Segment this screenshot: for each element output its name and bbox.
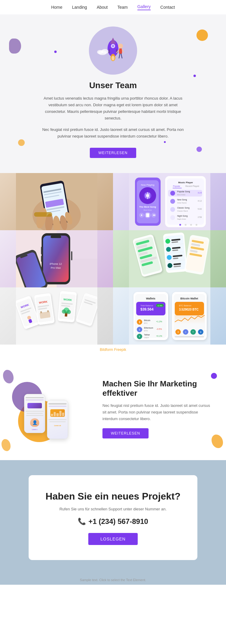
cta-box: Haben Sie ein neues Projekt? Rufen Sie u… — [29, 475, 197, 560]
svg-text:-0.5%: -0.5% — [156, 328, 162, 330]
dot-decoration-1 — [54, 51, 57, 53]
cta-subtitle: Rufen Sie uns für schnellen Support unte… — [41, 507, 185, 511]
hero-illustration — [89, 26, 137, 75]
svg-text:$39.564: $39.564 — [140, 307, 154, 311]
nav-home[interactable]: Home — [51, 5, 62, 10]
svg-point-65 — [170, 199, 175, 204]
svg-text:Ξ: Ξ — [139, 329, 140, 331]
hero-paragraph-2: Nec feugiat nisl pretium fusce id. Justo… — [38, 126, 188, 140]
gallery-item-2[interactable]: Now Playing The Best Song Best Artist — [113, 173, 226, 230]
svg-rect-93 — [41, 247, 42, 254]
svg-text:Ξ: Ξ — [185, 331, 186, 333]
cta-phone-number: 📞 +1 (234) 567-8910 — [41, 517, 185, 526]
svg-rect-41 — [146, 194, 146, 198]
nav-contact[interactable]: Contact — [160, 5, 175, 10]
svg-point-82 — [196, 224, 197, 226]
svg-rect-147 — [40, 311, 42, 313]
gallery-caption: Bildform Freepik — [0, 345, 226, 358]
blob-purple-topleft — [9, 39, 21, 54]
svg-text:+1.2%: +1.2% — [156, 320, 162, 323]
svg-text:Bitcoin Wallet: Bitcoin Wallet — [180, 297, 198, 300]
svg-text:Tether: Tether — [144, 334, 150, 336]
nav-landing[interactable]: Landing — [72, 5, 87, 10]
gallery-img-phone-hand — [16, 173, 97, 230]
svg-text:Popular: Popular — [173, 185, 180, 187]
svg-text:3.529020 BTC: 3.529020 BTC — [179, 308, 199, 311]
dot-decoration-2 — [164, 141, 166, 143]
svg-text:T: T — [139, 336, 140, 338]
svg-text:Popular Song: Popular Song — [177, 190, 190, 193]
marketing-description: Nec feugiat nisl pretium fusce id. Justo… — [102, 402, 214, 422]
svg-text:Music Player: Music Player — [178, 181, 193, 184]
marketing-weiterlesen-button[interactable]: WEITERLESEN — [102, 428, 149, 438]
hero-weiterlesen-button[interactable]: WEITERLESEN — [90, 148, 136, 158]
svg-point-4 — [112, 45, 114, 47]
hero-section: Unser Team Amet luctus venenatis lectus … — [0, 14, 226, 173]
gallery-item-3[interactable]: iPhone 12 Pro Max — [0, 230, 113, 287]
phone1-label: Lorem s — [32, 429, 37, 430]
gallery-item-6[interactable]: Wallets Total Balance $39.564 +2.4% ₿ Bi… — [113, 287, 226, 345]
svg-text:Classic Song: Classic Song — [177, 207, 190, 209]
dot-decoration-3 — [193, 75, 196, 77]
bildform-link[interactable]: Freepik — [114, 348, 126, 352]
svg-rect-148 — [47, 310, 49, 312]
nav-about[interactable]: About — [97, 5, 108, 10]
svg-text:$: $ — [200, 331, 201, 333]
svg-text:Best Artist: Best Artist — [143, 209, 152, 211]
footer-text: Sample text. Click to select the Text El… — [80, 578, 146, 582]
svg-point-79 — [179, 224, 181, 226]
navigation: Home Landing About Team Gallery Contact — [0, 0, 226, 14]
svg-text:ETH: ETH — [144, 330, 148, 332]
marketing-title: Machen Sie Ihr Marketing effektiver — [102, 379, 214, 398]
svg-point-17 — [97, 50, 103, 54]
svg-text:New Song: New Song — [177, 199, 187, 201]
svg-text:BTC: BTC — [144, 322, 148, 324]
marketing-section: 👤 Lorem s Lorem — [0, 358, 226, 460]
svg-text:Best Artist: Best Artist — [177, 194, 185, 196]
svg-rect-90 — [51, 236, 61, 238]
svg-text:Night Artist: Night Artist — [177, 218, 186, 220]
cta-loslegen-button[interactable]: LOSLEGEN — [88, 533, 137, 545]
svg-point-70 — [170, 207, 175, 212]
marketing-phone-1: 👤 Lorem s — [24, 394, 45, 433]
svg-text:The Best Song: The Best Song — [139, 206, 156, 208]
svg-text:₿: ₿ — [177, 331, 178, 333]
svg-text:T: T — [192, 331, 194, 333]
hero-title: Unser Team — [24, 81, 202, 90]
svg-text:+0.1%: +0.1% — [156, 335, 162, 337]
marketing-visual: 👤 Lorem s Lorem — [12, 376, 90, 442]
svg-text:Artist Name: Artist Name — [177, 202, 187, 204]
svg-point-80 — [185, 224, 187, 226]
svg-text:Now Playing: Now Playing — [141, 184, 154, 186]
phone2-label: Lorem sit — [54, 425, 61, 426]
svg-text:iPhone 12: iPhone 12 — [49, 262, 62, 265]
blob-yellow-bottomleft — [18, 139, 25, 146]
cta-phone-text: +1 (234) 567-8910 — [88, 517, 148, 526]
gallery-item-4[interactable] — [113, 230, 226, 287]
svg-rect-42 — [147, 192, 148, 199]
gallery-img-music: Now Playing The Best Song Best Artist — [129, 173, 210, 230]
svg-text:Ethereum: Ethereum — [144, 327, 153, 329]
svg-point-81 — [190, 224, 192, 226]
nav-gallery[interactable]: Gallery — [137, 4, 151, 10]
bildform-prefix: Bildform — [100, 348, 113, 352]
svg-point-9 — [118, 44, 123, 48]
phone-2-screen: Lorem sit — [47, 400, 68, 439]
marketing-blob-topright — [211, 373, 217, 379]
svg-text:Bitcoin: Bitcoin — [144, 319, 150, 321]
svg-text:USDT: USDT — [144, 337, 149, 339]
gallery-grid: Now Playing The Best Song Best Artist — [0, 173, 226, 345]
nav-team[interactable]: Team — [117, 5, 127, 10]
footer: Sample text. Click to select the Text El… — [0, 575, 226, 585]
svg-text:₿: ₿ — [139, 321, 140, 323]
gallery-item-1[interactable] — [0, 173, 113, 230]
svg-rect-10 — [119, 48, 122, 54]
svg-text:BTC Balance: BTC Balance — [179, 305, 191, 307]
svg-rect-95 — [71, 251, 72, 260]
cta-section: Haben Sie ein neues Projekt? Rufen Sie u… — [0, 460, 226, 575]
gallery-item-5[interactable]: WORK WORK — [0, 287, 113, 345]
svg-point-60 — [170, 191, 175, 196]
hero-paragraph-1: Amet luctus venenatis lectus magna fring… — [38, 95, 188, 122]
svg-point-8 — [111, 56, 115, 60]
svg-rect-49 — [146, 213, 149, 217]
